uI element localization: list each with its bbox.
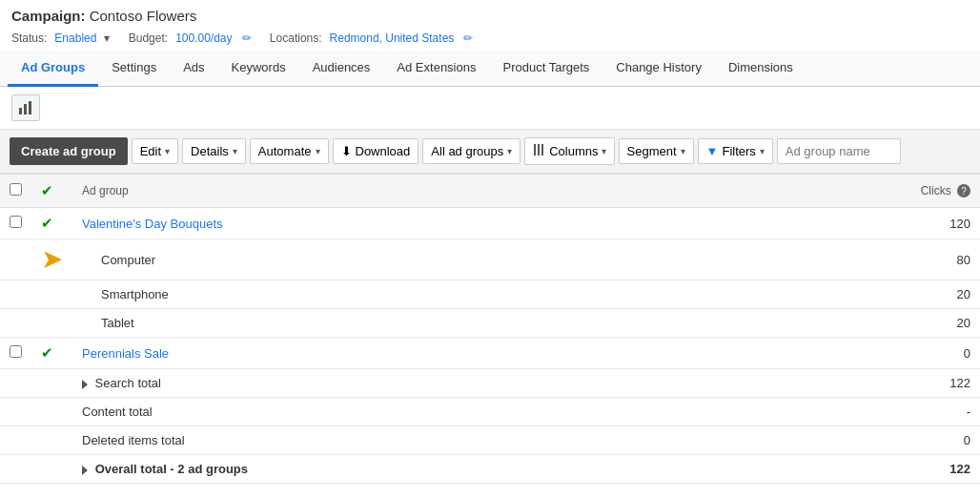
svg-rect-3 — [534, 144, 536, 156]
ad-groups-table: ✔ Ad group Clicks ? ✔ Valentine's Day — [0, 174, 980, 484]
row-arrow-cell: ➤ — [31, 239, 72, 280]
campaign-title: Campaign: Contoso Flowers — [11, 8, 969, 24]
content-total-value: - — [733, 398, 980, 426]
overall-total-value: 122 — [733, 455, 980, 484]
details-arrow-icon: ▾ — [233, 146, 237, 156]
details-button[interactable]: Details ▾ — [182, 138, 246, 164]
status-bar: Status: Enabled ▾ Budget: 100.00/day ✏ L… — [0, 28, 980, 51]
smartphone-name: Smartphone — [72, 280, 733, 309]
columns-icon — [533, 143, 546, 159]
valentines-link[interactable]: Valentine's Day Bouquets — [82, 217, 223, 231]
details-label: Details — [191, 144, 229, 158]
campaign-header: Campaign: Contoso Flowers Status: Enable… — [0, 0, 980, 51]
status-label: Status: — [11, 31, 47, 45]
yellow-arrow-icon: ➤ — [41, 246, 63, 273]
search-input[interactable] — [777, 138, 901, 164]
row-ad-group-name: Valentine's Day Bouquets — [72, 208, 733, 239]
yellow-arrow-container: ➤ — [41, 246, 63, 273]
svg-rect-4 — [538, 144, 540, 156]
row-checkbox — [0, 208, 31, 239]
computer-clicks: 80 — [733, 239, 980, 280]
columns-button[interactable]: Columns ▾ — [524, 137, 614, 165]
clicks-help-icon[interactable]: ? — [957, 184, 970, 197]
icon-bar — [0, 87, 980, 130]
filters-button[interactable]: ▼ Filters ▾ — [698, 138, 773, 164]
create-ad-group-button[interactable]: Create ad group — [10, 137, 128, 165]
filters-label: Filters — [722, 144, 755, 158]
segment-button[interactable]: Segment ▾ — [619, 138, 694, 164]
edit-button[interactable]: Edit ▾ — [132, 138, 178, 164]
valentines-checkbox[interactable] — [10, 216, 22, 228]
tab-product-targets[interactable]: Product Targets — [489, 51, 602, 87]
table-header-row: ✔ Ad group Clicks ? — [0, 175, 980, 208]
row-status: ✔ — [31, 338, 72, 369]
search-total-value: 122 — [733, 369, 980, 398]
budget-edit-icon[interactable]: ✏ — [242, 31, 252, 45]
budget-label: Budget: — [129, 31, 168, 45]
all-ad-groups-button[interactable]: All ad groups ▾ — [422, 138, 521, 164]
tab-ads[interactable]: Ads — [170, 51, 217, 87]
deleted-total-value: 0 — [733, 426, 980, 455]
segment-arrow-icon: ▾ — [681, 146, 685, 156]
content-total-row: Content total - — [0, 398, 980, 426]
content-total-checkbox — [0, 398, 31, 426]
overall-total-expand-icon[interactable] — [82, 466, 88, 475]
search-total-checkbox — [0, 369, 31, 398]
row-status-empty — [31, 280, 72, 309]
budget-value[interactable]: 100.00/day — [175, 31, 232, 45]
filters-arrow-icon: ▾ — [760, 146, 765, 156]
select-all-checkbox[interactable] — [10, 183, 22, 196]
toolbar: Create ad group Edit ▾ Details ▾ Automat… — [0, 130, 980, 174]
computer-name: Computer — [72, 239, 733, 280]
download-label: Download — [356, 144, 411, 158]
all-ad-groups-label: All ad groups — [431, 144, 503, 158]
svg-rect-0 — [19, 108, 22, 114]
tab-audiences[interactable]: Audiences — [299, 51, 384, 87]
perennials-link[interactable]: Perennials Sale — [82, 346, 169, 361]
table-row: ➤ Computer 80 — [0, 239, 980, 280]
svg-rect-2 — [29, 101, 31, 114]
header-clicks: Clicks ? — [733, 175, 980, 208]
locations-edit-icon[interactable]: ✏ — [463, 31, 473, 45]
perennials-checkbox[interactable] — [10, 345, 22, 358]
table-row: ✔ Perennials Sale 0 — [0, 338, 980, 369]
locations-value[interactable]: Redmond, United States — [330, 31, 455, 45]
row-checkbox-empty — [0, 239, 31, 280]
smartphone-clicks: 20 — [733, 280, 980, 309]
valentines-clicks: 120 — [733, 208, 980, 239]
row-checkbox-empty — [0, 309, 31, 338]
edit-label: Edit — [140, 144, 161, 158]
content-total-status — [31, 398, 72, 426]
table-row: Smartphone 20 — [0, 280, 980, 309]
tablet-clicks: 20 — [733, 309, 980, 338]
segment-label: Segment — [627, 144, 677, 158]
table-row: Tablet 20 — [0, 309, 980, 338]
tab-ad-groups[interactable]: Ad Groups — [8, 51, 98, 87]
status-value[interactable]: Enabled — [54, 31, 96, 45]
header-ad-group: Ad group — [72, 175, 733, 208]
content-total-label: Content total — [72, 398, 733, 426]
columns-arrow-icon: ▾ — [602, 146, 606, 156]
chart-icon[interactable] — [11, 94, 40, 121]
tab-settings[interactable]: Settings — [98, 51, 170, 87]
automate-label: Automate — [258, 144, 312, 158]
download-icon: ⬇ — [341, 144, 352, 158]
automate-button[interactable]: Automate ▾ — [250, 138, 329, 164]
download-button[interactable]: ⬇ Download — [333, 138, 419, 164]
tab-dimensions[interactable]: Dimensions — [715, 51, 806, 87]
tab-change-history[interactable]: Change History — [602, 51, 715, 87]
nav-tabs: Ad Groups Settings Ads Keywords Audience… — [0, 51, 980, 87]
search-total-expand-icon[interactable] — [82, 380, 88, 389]
deleted-total-status — [31, 426, 72, 455]
overall-total-status — [31, 455, 72, 484]
svg-rect-1 — [24, 104, 27, 114]
header-checkbox — [0, 175, 31, 208]
columns-label: Columns — [549, 144, 598, 158]
locations-label: Locations: — [270, 31, 322, 45]
overall-total-label: Overall total - 2 ad groups — [72, 455, 733, 484]
tab-ad-extensions[interactable]: Ad Extensions — [383, 51, 489, 87]
tab-keywords[interactable]: Keywords — [218, 51, 299, 87]
header-status: ✔ — [31, 175, 72, 208]
edit-arrow-icon: ▾ — [165, 146, 170, 156]
status-dropdown-arrow[interactable]: ▾ — [104, 31, 110, 45]
